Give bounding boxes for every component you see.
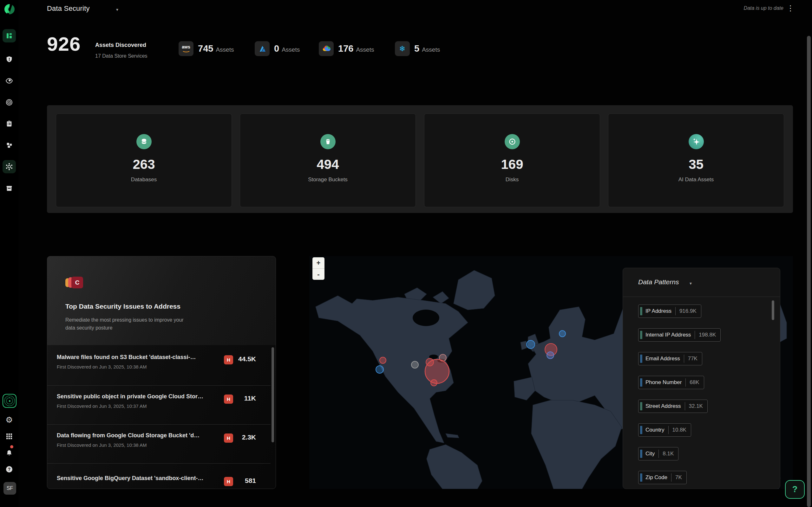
pattern-chip-country[interactable]: Country 10.8K: [638, 424, 691, 437]
zoom-in-button[interactable]: +: [312, 257, 324, 268]
app-logo-icon[interactable]: [4, 3, 15, 15]
issue-title: Malware files found on S3 Bucket 'datase…: [57, 354, 196, 360]
ai-data-assets-label: AI Data Assets: [608, 176, 784, 183]
disks-count: 169: [424, 157, 600, 172]
bucket-icon: [320, 134, 336, 149]
azure-icon: [255, 41, 270, 56]
storage-buckets-card[interactable]: 494 Storage Buckets: [240, 113, 416, 207]
pattern-chip-ip-address[interactable]: IP Address 916.9K: [638, 304, 701, 318]
map-bubble[interactable]: [380, 357, 386, 363]
pattern-chip-zip[interactable]: Zip Code 7K: [638, 471, 687, 484]
ai-dots-icon: [4, 395, 15, 406]
help-button[interactable]: ?: [785, 480, 805, 499]
pattern-count: 8.1K: [659, 451, 678, 457]
gcp-asset-unit: Assets: [356, 46, 374, 53]
disks-card[interactable]: 169 Disks: [424, 113, 600, 207]
pattern-label: Country: [646, 427, 668, 433]
pattern-chip-city[interactable]: City 8.1K: [638, 447, 678, 460]
ai-data-assets-count: 35: [608, 157, 784, 172]
aws-asset-count: 745: [198, 43, 213, 54]
severity-badge: H: [224, 477, 233, 486]
map-bubble[interactable]: [376, 366, 384, 373]
sidebar-item-risk[interactable]: [3, 53, 16, 66]
sidebar-item-assets[interactable]: [3, 181, 16, 195]
pattern-label: IP Address: [646, 308, 675, 314]
issue-title: Sensitive Google BigQuery Dataset 'sandb…: [57, 475, 203, 482]
sidebar-item-notifications[interactable]: [3, 446, 16, 459]
chevron-down-icon[interactable]: ▾: [690, 281, 692, 286]
ai-sparkle-icon: [689, 134, 704, 149]
database-icon: [136, 134, 152, 149]
chevron-down-icon[interactable]: ▾: [116, 7, 118, 12]
issue-count: 11K: [244, 395, 256, 402]
provider-stat-azure: 0Assets: [255, 41, 300, 56]
disks-label: Disks: [424, 176, 600, 183]
map-zoom-control: + -: [312, 257, 324, 280]
sidebar-item-policies[interactable]: [3, 96, 16, 109]
pattern-label: Email Address: [646, 355, 684, 362]
issue-row[interactable]: Data flowing from Google Cloud Storage B…: [47, 424, 270, 464]
asset-summary-panel: 263 Databases 494 Storage Buckets 169 Di…: [47, 105, 793, 213]
sidebar-item-data-security[interactable]: [3, 160, 16, 173]
aws-icon: aws: [179, 41, 194, 56]
user-avatar[interactable]: SF: [3, 482, 16, 495]
sidebar-item-settings[interactable]: ⚙: [3, 413, 16, 427]
severity-badge: H: [224, 395, 233, 404]
map-bubble[interactable]: [411, 361, 418, 368]
sidebar-item-apps[interactable]: [3, 430, 16, 443]
data-security-dashboard: ⚙ ? SF Data Secur: [0, 0, 812, 507]
pattern-label: Phone Number: [646, 379, 686, 386]
ai-data-assets-card[interactable]: 35 AI Data Assets: [608, 113, 784, 207]
data-flow-icon: [5, 163, 13, 170]
provider-stat-gcp: 176Assets: [319, 41, 374, 56]
page-scrollbar[interactable]: [807, 36, 811, 507]
map-bubble[interactable]: [526, 340, 535, 349]
pattern-chip-internal-ip[interactable]: Internal IP Address 198.8K: [638, 328, 721, 342]
patterns-scrollbar[interactable]: [772, 300, 774, 320]
zoom-out-button[interactable]: -: [312, 269, 324, 280]
pattern-count: 916.9K: [676, 308, 701, 314]
notification-dot: [10, 445, 13, 448]
pattern-chip-email[interactable]: Email Address 77K: [638, 352, 702, 365]
issues-list: Malware files found on S3 Bucket 'datase…: [47, 345, 276, 489]
sidebar-item-visibility[interactable]: [3, 74, 16, 88]
page-title[interactable]: Data Security: [47, 4, 90, 13]
severity-badge: H: [224, 434, 233, 443]
data-patterns-title[interactable]: Data Patterns: [638, 278, 679, 286]
issue-row[interactable]: Sensitive Google BigQuery Dataset 'sandb…: [47, 463, 270, 489]
data-store-services-label: 17 Data Store Services: [95, 53, 148, 59]
sidebar-item-help[interactable]: ?: [3, 463, 16, 476]
sidebar-item-reports[interactable]: [3, 117, 16, 130]
issues-scrollbar[interactable]: [271, 347, 274, 442]
store-icon: [6, 185, 13, 192]
sidebar-item-dashboard[interactable]: [3, 29, 16, 43]
sidebar-item-integrations[interactable]: [3, 138, 16, 152]
pattern-chip-street[interactable]: Street Address 32.1K: [638, 400, 708, 413]
gear-icon: ⚙: [5, 415, 13, 425]
clipboard-list-icon: [6, 120, 13, 127]
provider-stat-aws: aws 745Assets: [179, 41, 234, 56]
shield-alert-icon: [6, 56, 13, 63]
pattern-label: Street Address: [646, 403, 685, 409]
map-bubble[interactable]: [431, 380, 437, 386]
snowflake-asset-unit: Assets: [422, 46, 440, 53]
issue-count: 44.5K: [238, 355, 256, 363]
map-bubble[interactable]: [425, 359, 449, 383]
pattern-count: 32.1K: [685, 403, 707, 409]
issue-row[interactable]: Malware files found on S3 Bucket 'datase…: [47, 346, 270, 385]
assets-discovered-label: Assets Discovered: [95, 42, 146, 49]
pattern-label: Internal IP Address: [646, 332, 695, 338]
assets-discovered-count: 926: [47, 33, 81, 55]
map-bubble[interactable]: [547, 352, 554, 359]
kebab-menu-icon[interactable]: ⋮: [786, 4, 794, 13]
disk-icon: [505, 134, 520, 149]
pattern-count: 7K: [671, 474, 687, 481]
issue-title: Data flowing from Google Cloud Storage B…: [57, 432, 200, 439]
issue-row[interactable]: Sensitive public object in private Googl…: [47, 385, 270, 425]
ai-assistant-button[interactable]: [3, 394, 16, 408]
databases-card[interactable]: 263 Databases: [56, 113, 232, 207]
pattern-chip-phone[interactable]: Phone Number 68K: [638, 376, 704, 389]
issue-count: 581: [245, 477, 256, 485]
top-issues-panel: C Top Data Security Issues to Address Re…: [47, 256, 276, 489]
map-bubble[interactable]: [559, 331, 565, 337]
